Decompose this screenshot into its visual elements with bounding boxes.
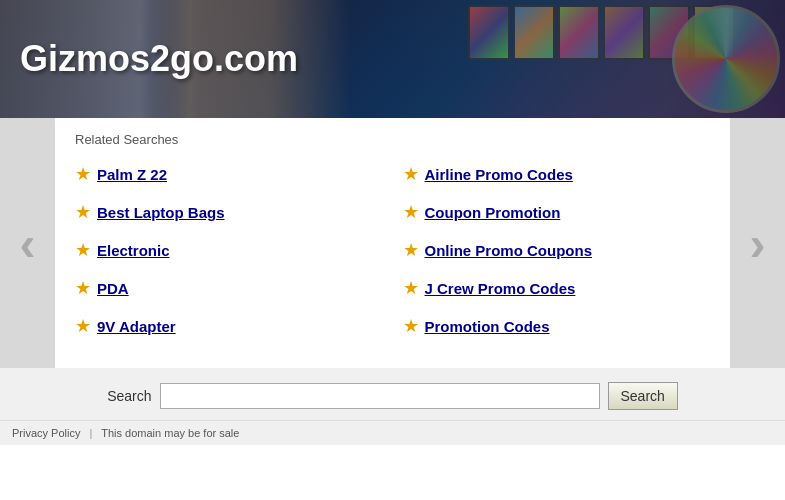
search-link-online-promo-coupons[interactable]: Online Promo Coupons <box>425 242 593 259</box>
list-item: ★ Airline Promo Codes <box>403 157 711 191</box>
search-link-9v-adapter[interactable]: 9V Adapter <box>97 318 176 335</box>
star-icon: ★ <box>403 315 419 337</box>
content-wrapper: Related Searches ★ Palm Z 22 ★ Airline P… <box>0 118 785 368</box>
chevron-left[interactable] <box>0 118 55 368</box>
star-icon: ★ <box>75 315 91 337</box>
search-link-airline-promo-codes[interactable]: Airline Promo Codes <box>425 166 573 183</box>
list-item: ★ Online Promo Coupons <box>403 233 711 267</box>
star-icon: ★ <box>75 201 91 223</box>
footer: Privacy Policy | This domain may be for … <box>0 420 785 445</box>
search-bar-area: Search Search <box>0 368 785 420</box>
header-bg-right <box>385 0 785 118</box>
site-title: Gizmos2go.com <box>0 38 298 80</box>
list-item: ★ J Crew Promo Codes <box>403 271 711 305</box>
search-link-electronic[interactable]: Electronic <box>97 242 170 259</box>
section-title: Related Searches <box>75 132 710 147</box>
search-link-palm-z22[interactable]: Palm Z 22 <box>97 166 167 183</box>
related-searches-section: Related Searches ★ Palm Z 22 ★ Airline P… <box>55 118 730 368</box>
list-item: ★ 9V Adapter <box>75 309 383 343</box>
search-link-promotion-codes[interactable]: Promotion Codes <box>425 318 550 335</box>
header-banner: Gizmos2go.com <box>0 0 785 118</box>
list-item: ★ Electronic <box>75 233 383 267</box>
search-link-pda[interactable]: PDA <box>97 280 129 297</box>
domain-sale-link[interactable]: This domain may be for sale <box>101 427 239 439</box>
search-link-j-crew-promo-codes[interactable]: J Crew Promo Codes <box>425 280 576 297</box>
list-item: ★ PDA <box>75 271 383 305</box>
chevron-right[interactable] <box>730 118 785 368</box>
list-item: ★ Best Laptop Bags <box>75 195 383 229</box>
star-icon: ★ <box>403 277 419 299</box>
list-item: ★ Promotion Codes <box>403 309 711 343</box>
star-icon: ★ <box>75 163 91 185</box>
list-item: ★ Coupon Promotion <box>403 195 711 229</box>
star-icon: ★ <box>403 201 419 223</box>
search-grid: ★ Palm Z 22 ★ Airline Promo Codes ★ Best… <box>75 157 710 343</box>
search-label: Search <box>107 388 151 404</box>
search-input[interactable] <box>160 383 600 409</box>
star-icon: ★ <box>403 163 419 185</box>
list-item: ★ Palm Z 22 <box>75 157 383 191</box>
privacy-policy-link[interactable]: Privacy Policy <box>12 427 80 439</box>
footer-separator: | <box>90 427 93 439</box>
main-content: Related Searches ★ Palm Z 22 ★ Airline P… <box>0 118 785 420</box>
search-link-coupon-promotion[interactable]: Coupon Promotion <box>425 204 561 221</box>
search-button[interactable]: Search <box>608 382 678 410</box>
search-link-best-laptop-bags[interactable]: Best Laptop Bags <box>97 204 225 221</box>
star-icon: ★ <box>403 239 419 261</box>
star-icon: ★ <box>75 277 91 299</box>
star-icon: ★ <box>75 239 91 261</box>
